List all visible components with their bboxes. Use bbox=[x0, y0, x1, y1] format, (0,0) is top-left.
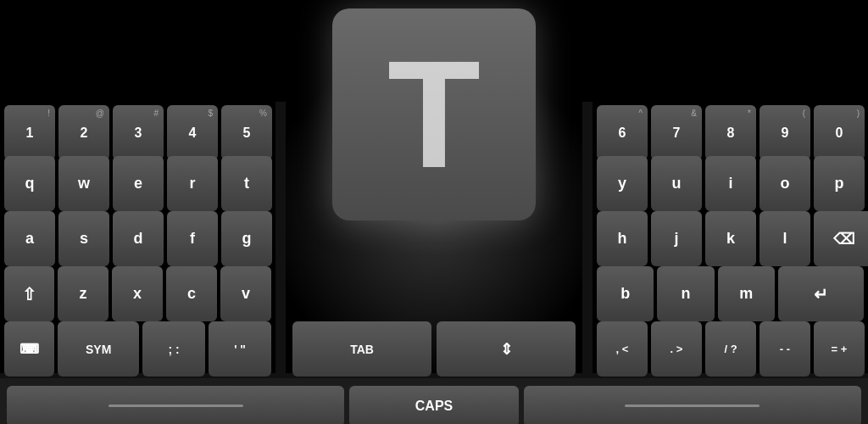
key-z[interactable]: z bbox=[58, 266, 108, 321]
key-4[interactable]: 4$ bbox=[167, 105, 218, 160]
key-1[interactable]: 1! bbox=[4, 105, 55, 160]
right-row-bnm: b n m ↵ bbox=[593, 263, 868, 318]
key-t[interactable]: t bbox=[221, 156, 272, 211]
key-backspace[interactable]: ⌫ bbox=[814, 211, 868, 266]
caps-key[interactable]: CAPS bbox=[349, 386, 518, 425]
caps-label: CAPS bbox=[415, 399, 453, 414]
left-row-numbers: 1! 2@ 3# 4$ 5% bbox=[0, 102, 275, 153]
space-key-left[interactable] bbox=[7, 386, 344, 425]
key-9[interactable]: 9( bbox=[760, 105, 810, 160]
section-gap-right bbox=[582, 102, 593, 373]
left-row-zxcv: ⇧ z x c v bbox=[0, 263, 275, 318]
key-w[interactable]: w bbox=[58, 156, 109, 211]
key-3[interactable]: 3# bbox=[113, 105, 164, 160]
key-b[interactable]: b bbox=[597, 266, 654, 321]
space-key-right[interactable] bbox=[524, 386, 861, 425]
left-row-sym: ⌨ SYM ; : ' " bbox=[0, 318, 275, 373]
key-n[interactable]: n bbox=[657, 266, 714, 321]
key-r[interactable]: r bbox=[167, 156, 218, 211]
key-enter[interactable]: ↵ bbox=[778, 266, 864, 321]
key-v[interactable]: v bbox=[220, 266, 271, 321]
t-popup-letter: T bbox=[387, 38, 481, 191]
key-2[interactable]: 2@ bbox=[58, 105, 109, 160]
key-m[interactable]: m bbox=[718, 266, 775, 321]
right-row-yuiop: y u i o p bbox=[593, 153, 868, 208]
key-c[interactable]: c bbox=[166, 266, 217, 321]
keyboard-wrapper: 1! 2@ 3# 4$ 5% q w e r t a s bbox=[0, 102, 868, 424]
key-6[interactable]: 6^ bbox=[597, 105, 648, 160]
t-popup-key[interactable]: T bbox=[332, 8, 536, 220]
key-0[interactable]: 0) bbox=[814, 105, 865, 160]
key-center-icon[interactable]: ⇕ bbox=[437, 321, 576, 377]
key-sym[interactable]: SYM bbox=[58, 321, 139, 377]
key-period[interactable]: . > bbox=[651, 321, 702, 377]
key-j[interactable]: j bbox=[651, 211, 702, 266]
key-s[interactable]: s bbox=[58, 211, 109, 266]
key-8[interactable]: 8* bbox=[705, 105, 756, 160]
space-bar-line-right bbox=[625, 404, 760, 407]
left-row-qwert: q w e r t bbox=[0, 153, 275, 208]
key-y[interactable]: y bbox=[597, 156, 648, 211]
key-keyboard[interactable]: ⌨ bbox=[4, 321, 54, 377]
left-section: 1! 2@ 3# 4$ 5% q w e r t a s bbox=[0, 102, 275, 373]
key-slash[interactable]: / ? bbox=[705, 321, 756, 377]
key-o[interactable]: o bbox=[760, 156, 810, 211]
key-g[interactable]: g bbox=[221, 211, 272, 266]
key-equals[interactable]: = + bbox=[814, 321, 865, 377]
key-x[interactable]: x bbox=[112, 266, 163, 321]
key-i[interactable]: i bbox=[705, 156, 756, 211]
key-comma[interactable]: , < bbox=[597, 321, 648, 377]
key-k[interactable]: k bbox=[705, 211, 756, 266]
key-p[interactable]: p bbox=[814, 156, 865, 211]
key-semicolon[interactable]: ; : bbox=[142, 321, 205, 377]
key-7[interactable]: 7& bbox=[651, 105, 702, 160]
key-u[interactable]: u bbox=[651, 156, 702, 211]
key-tab[interactable]: TAB bbox=[292, 321, 431, 377]
right-row-punctuation: , < . > / ? - - = + bbox=[593, 318, 868, 373]
main-rows: 1! 2@ 3# 4$ 5% q w e r t a s bbox=[0, 102, 868, 373]
left-row-asdfg: a s d f g bbox=[0, 208, 275, 263]
key-q[interactable]: q bbox=[4, 156, 55, 211]
key-f[interactable]: f bbox=[167, 211, 218, 266]
space-bar-line-left bbox=[108, 404, 243, 407]
section-gap-left bbox=[275, 102, 286, 373]
key-a[interactable]: a bbox=[4, 211, 55, 266]
key-h[interactable]: h bbox=[597, 211, 648, 266]
center-row-tab: TAB ⇕ bbox=[286, 318, 582, 373]
key-quote[interactable]: ' " bbox=[209, 321, 271, 377]
full-keyboard: 1! 2@ 3# 4$ 5% q w e r t a s bbox=[0, 102, 868, 424]
right-row-hjkl: h j k l ⌫ bbox=[593, 208, 868, 263]
key-shift[interactable]: ⇧ bbox=[4, 266, 54, 321]
key-dash[interactable]: - - bbox=[760, 321, 810, 377]
key-e[interactable]: e bbox=[113, 156, 164, 211]
key-l[interactable]: l bbox=[760, 211, 810, 266]
bottom-bar: CAPS bbox=[0, 378, 868, 424]
key-5[interactable]: 5% bbox=[221, 105, 272, 160]
key-d[interactable]: d bbox=[113, 211, 164, 266]
center-section: T TAB ⇕ bbox=[286, 102, 582, 373]
right-row-numbers: 6^ 7& 8* 9( 0) bbox=[593, 102, 868, 153]
right-section: 6^ 7& 8* 9( 0) y u i o p h j bbox=[593, 102, 868, 373]
